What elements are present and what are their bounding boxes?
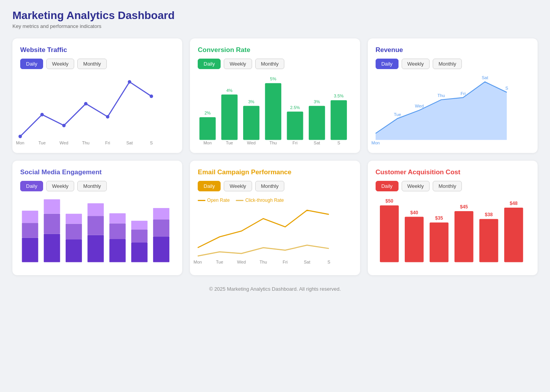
svg-rect-50 (66, 224, 82, 240)
customer-acq-card: Customer Acquisition Cost Daily Weekly M… (368, 161, 538, 275)
dashboard-grid: Website Traffic Daily Weekly Monthly Mon… (12, 38, 538, 275)
svg-rect-60 (131, 221, 148, 230)
svg-rect-16 (221, 95, 238, 140)
social-media-chart (20, 198, 174, 267)
ctr-color (236, 200, 244, 201)
svg-rect-77 (454, 211, 473, 262)
conversion-rate-chart: 2% 4% 3% 5% 2.5% 3% 3.5% Mo (198, 75, 352, 145)
svg-text:Sat: Sat (314, 140, 320, 145)
svg-rect-54 (87, 203, 104, 216)
svg-rect-51 (66, 214, 82, 224)
conversion-rate-tabs: Daily Weekly Monthly (198, 59, 352, 69)
social-media-title: Social Media Engagement (20, 168, 174, 176)
social-media-card: Social Media Engagement Daily Weekly Mon… (12, 161, 182, 275)
svg-rect-71 (380, 205, 399, 262)
tab-weekly-conversion[interactable]: Weekly (224, 59, 252, 69)
email-legend: Open Rate Click-through Rate (198, 198, 352, 203)
tab-monthly-social[interactable]: Monthly (77, 181, 107, 191)
email-campaign-title: Email Campaign Performance (198, 168, 352, 176)
page-header: Marketing Analytics Dashboard Key metric… (12, 9, 538, 29)
svg-point-0 (19, 135, 22, 138)
svg-text:$48: $48 (510, 201, 517, 206)
tab-daily-email[interactable]: Daily (198, 181, 221, 191)
svg-rect-44 (22, 223, 38, 238)
open-rate-label: Open Rate (207, 198, 230, 203)
svg-text:Tue: Tue (394, 112, 401, 117)
website-traffic-card: Website Traffic Daily Weekly Monthly Mon… (12, 38, 182, 153)
social-media-tabs: Daily Weekly Monthly (20, 181, 174, 191)
svg-text:Fri: Fri (283, 260, 288, 264)
svg-text:Mon: Mon (204, 140, 212, 145)
legend-open-rate: Open Rate (198, 198, 230, 203)
svg-rect-26 (331, 100, 347, 140)
svg-text:Fri: Fri (292, 140, 298, 145)
tab-weekly-revenue[interactable]: Weekly (402, 59, 430, 69)
tab-weekly-traffic[interactable]: Weekly (46, 59, 74, 69)
svg-text:3.5%: 3.5% (334, 94, 344, 98)
svg-rect-55 (110, 239, 126, 262)
svg-rect-52 (87, 235, 104, 262)
email-campaign-chart: Mon Tue Wed Thu Fri Sat S (198, 206, 352, 264)
email-campaign-card: Email Campaign Performance Daily Weekly … (190, 161, 360, 275)
svg-rect-53 (87, 216, 104, 235)
footer-text: © 2025 Marketing Analytics Dashboard. Al… (209, 286, 341, 292)
svg-text:Mon: Mon (194, 260, 202, 264)
customer-acq-title: Customer Acquisition Cost (376, 168, 530, 176)
website-traffic-chart: Mon Tue Wed Thu Fri Sat S (20, 75, 174, 145)
customer-acq-chart: $50 $40 $35 $45 $38 $48 (376, 198, 530, 267)
tab-daily-revenue[interactable]: Daily (376, 59, 399, 69)
svg-text:Sat: Sat (482, 75, 488, 80)
tab-weekly-social[interactable]: Weekly (46, 181, 74, 191)
svg-rect-79 (479, 219, 498, 262)
revenue-card: Revenue Daily Weekly Monthly Mon Tue Wed… (368, 38, 538, 153)
svg-text:3%: 3% (248, 99, 254, 104)
svg-text:S: S (327, 260, 330, 264)
svg-rect-57 (110, 213, 126, 224)
svg-rect-58 (131, 243, 148, 262)
tab-daily-conversion[interactable]: Daily (198, 59, 221, 69)
svg-text:4%: 4% (226, 88, 233, 93)
conversion-rate-card: Conversion Rate Daily Weekly Monthly 2% … (190, 38, 360, 153)
svg-text:Thu: Thu (270, 140, 277, 145)
email-campaign-tabs: Daily Weekly Monthly (198, 181, 352, 191)
tab-monthly-acq[interactable]: Monthly (433, 181, 462, 191)
svg-rect-45 (22, 211, 38, 223)
svg-point-2 (62, 124, 66, 127)
svg-text:$35: $35 (435, 215, 443, 221)
svg-text:Mon: Mon (16, 140, 24, 145)
svg-rect-75 (430, 222, 449, 262)
tab-daily-social[interactable]: Daily (20, 181, 43, 191)
revenue-tabs: Daily Weekly Monthly (376, 59, 530, 69)
svg-rect-73 (405, 217, 424, 262)
svg-text:2%: 2% (205, 111, 211, 115)
svg-point-3 (84, 102, 87, 106)
svg-text:3%: 3% (314, 99, 320, 104)
website-traffic-title: Website Traffic (20, 46, 174, 54)
svg-text:Thu: Thu (260, 260, 267, 264)
svg-text:S: S (150, 140, 153, 145)
tab-monthly-conversion[interactable]: Monthly (255, 59, 285, 69)
svg-rect-48 (44, 199, 60, 214)
svg-rect-47 (44, 214, 60, 234)
svg-text:Wed: Wed (59, 140, 68, 145)
svg-text:Wed: Wed (247, 140, 256, 145)
svg-text:Tue: Tue (216, 260, 223, 264)
tab-monthly-revenue[interactable]: Monthly (433, 59, 462, 69)
svg-rect-43 (22, 238, 38, 262)
tab-daily-traffic[interactable]: Daily (20, 59, 43, 69)
conversion-rate-title: Conversion Rate (198, 46, 352, 54)
svg-rect-61 (153, 236, 169, 262)
svg-text:S: S (338, 140, 340, 145)
svg-rect-59 (131, 229, 148, 243)
tab-weekly-email[interactable]: Weekly (224, 181, 252, 191)
svg-text:Thu: Thu (82, 140, 89, 145)
tab-monthly-traffic[interactable]: Monthly (77, 59, 107, 69)
svg-text:Wed: Wed (415, 104, 423, 108)
svg-text:$38: $38 (485, 212, 493, 217)
tab-weekly-acq[interactable]: Weekly (402, 181, 430, 191)
tab-monthly-email[interactable]: Monthly (255, 181, 285, 191)
svg-point-5 (128, 80, 131, 83)
svg-rect-81 (504, 208, 523, 262)
tab-daily-acq[interactable]: Daily (376, 181, 399, 191)
svg-rect-20 (265, 83, 282, 140)
